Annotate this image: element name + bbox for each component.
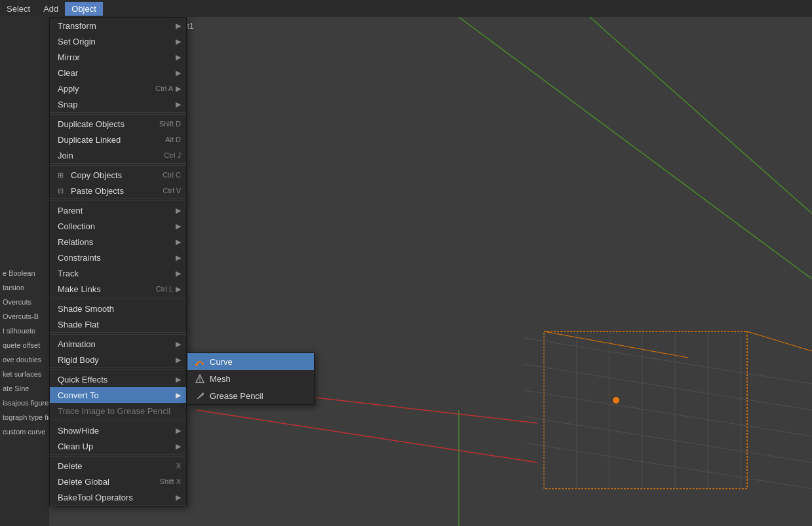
menu-item-shade-flat[interactable]: Shade Flat <box>50 316 186 332</box>
label-doubles: ove doubles <box>0 352 49 367</box>
menu-section-convert: Quick Effects ▶ Convert To ▶ Trace Image… <box>50 371 186 419</box>
label-offset: quete offset <box>0 338 49 352</box>
menu-item-join[interactable]: Join Ctrl J <box>50 147 186 163</box>
menu-section-copypaste: ⊞ Copy Objects Ctrl C ⊟ Paste Objects Ct… <box>50 167 186 199</box>
menu-item-animation[interactable]: Animation ▶ <box>50 336 186 352</box>
svg-rect-4 <box>544 331 747 489</box>
label-overcuts-b: Overcuts-B <box>0 309 49 324</box>
menu-item-quick-effects[interactable]: Quick Effects ▶ <box>50 371 186 387</box>
svg-line-3 <box>197 410 537 462</box>
svg-line-7 <box>524 338 812 384</box>
menu-item-track[interactable]: Track ▶ <box>50 265 186 281</box>
grease-pencil-icon <box>194 390 206 402</box>
left-panel: e Boolean tarsion Overcuts Overcuts-B t … <box>0 17 49 526</box>
curve-icon <box>194 356 206 367</box>
menu-item-rigid-body[interactable]: Rigid Body ▶ <box>50 352 186 367</box>
svg-line-0 <box>590 17 812 214</box>
menu-item-clean-up[interactable]: Clean Up ▶ <box>50 438 186 454</box>
menu-section-animation: Animation ▶ Rigid Body ▶ <box>50 336 186 368</box>
label-tograph: tograph type figur <box>0 410 49 424</box>
menu-item-convert-to[interactable]: Convert To ▶ <box>50 387 186 403</box>
svg-line-1 <box>459 17 812 279</box>
menu-item-collection[interactable]: Collection ▶ <box>50 218 186 234</box>
label-silhouette: t silhouete <box>0 324 49 338</box>
viewport: e Boolean tarsion Overcuts Overcuts-B t … <box>0 17 812 526</box>
svg-point-21 <box>195 364 198 366</box>
top-menubar: Select Add Object <box>0 0 812 17</box>
svg-line-10 <box>524 417 812 462</box>
label-surfaces: ket surfaces <box>0 367 49 381</box>
menu-section-shade: Shade Smooth Shade Flat <box>50 301 186 333</box>
menu-item-copy[interactable]: ⊞ Copy Objects Ctrl C <box>50 167 186 183</box>
menu-item-constraints[interactable]: Constraints ▶ <box>50 250 186 265</box>
menu-section-relations: Parent ▶ Collection ▶ Relations ▶ Constr… <box>50 202 186 297</box>
menu-item-apply[interactable]: Apply Ctrl A ▶ <box>50 81 186 96</box>
menu-section-delete: Delete X Delete Global Shift X BakeTool … <box>50 458 186 506</box>
menu-item-transform[interactable]: Transform ▶ <box>50 18 186 33</box>
label-tarsion: tarsion <box>0 280 49 295</box>
mesh-icon <box>194 373 206 385</box>
menu-select[interactable]: Select <box>0 2 37 16</box>
menu-item-paste[interactable]: ⊟ Paste Objects Ctrl V <box>50 183 186 198</box>
label-sine: ate Sine <box>0 381 49 396</box>
menu-section-showhide: Show/Hide ▶ Clean Up ▶ <box>50 423 186 455</box>
menu-item-parent[interactable]: Parent ▶ <box>50 202 186 218</box>
menu-item-dup-objects[interactable]: Duplicate Objects Shift D <box>50 116 186 132</box>
menu-object[interactable]: Object <box>65 2 103 16</box>
menu-item-show-hide[interactable]: Show/Hide ▶ <box>50 423 186 438</box>
menu-item-clear[interactable]: Clear ▶ <box>50 65 186 81</box>
menu-section-transform: Transform ▶ Set Origin ▶ Mirror ▶ Clear … <box>50 18 186 113</box>
menu-section-duplicate: Duplicate Objects Shift D Duplicate Link… <box>50 116 186 164</box>
submenu-item-grease-pencil[interactable]: Grease Pencil <box>187 387 314 404</box>
svg-line-8 <box>524 364 812 410</box>
menu-item-delete[interactable]: Delete X <box>50 458 186 474</box>
svg-line-11 <box>524 443 812 489</box>
svg-point-19 <box>613 397 619 404</box>
menu-item-mirror[interactable]: Mirror ▶ <box>50 49 186 65</box>
label-issajous: issajous figure <box>0 396 49 410</box>
label-boolean: e Boolean <box>0 266 49 280</box>
menu-add[interactable]: Add <box>37 2 65 16</box>
menu-item-trace-grease: Trace Image to Grease Pencil <box>50 403 186 419</box>
menu-item-relations[interactable]: Relations ▶ <box>50 234 186 250</box>
menu-item-baketool[interactable]: BakeTool Operators ▶ <box>50 489 186 505</box>
left-labels: e Boolean tarsion Overcuts Overcuts-B t … <box>0 17 49 526</box>
menu-item-shade-smooth[interactable]: Shade Smooth <box>50 301 186 316</box>
paste-icon: ⊟ <box>58 187 68 195</box>
menu-item-snap[interactable]: Snap ▶ <box>50 96 186 112</box>
label-custom-curve: custom curve <box>0 424 49 439</box>
svg-line-9 <box>524 390 812 436</box>
menu-item-delete-global[interactable]: Delete Global Shift X <box>50 474 186 489</box>
label-overcuts: Overcuts <box>0 295 49 309</box>
menu-item-dup-linked[interactable]: Duplicate Linked Alt D <box>50 132 186 147</box>
menu-item-make-links[interactable]: Make Links Ctrl L ▶ <box>50 281 186 297</box>
convert-to-submenu: Curve Mesh Grease Pencil <box>187 352 315 405</box>
context-menu: Transform ▶ Set Origin ▶ Mirror ▶ Clear … <box>49 17 187 506</box>
menu-item-set-origin[interactable]: Set Origin ▶ <box>50 33 186 49</box>
submenu-item-mesh[interactable]: Mesh <box>187 370 314 387</box>
copy-icon: ⊞ <box>58 171 68 179</box>
svg-line-6 <box>747 331 812 351</box>
submenu-item-curve[interactable]: Curve <box>187 353 314 370</box>
